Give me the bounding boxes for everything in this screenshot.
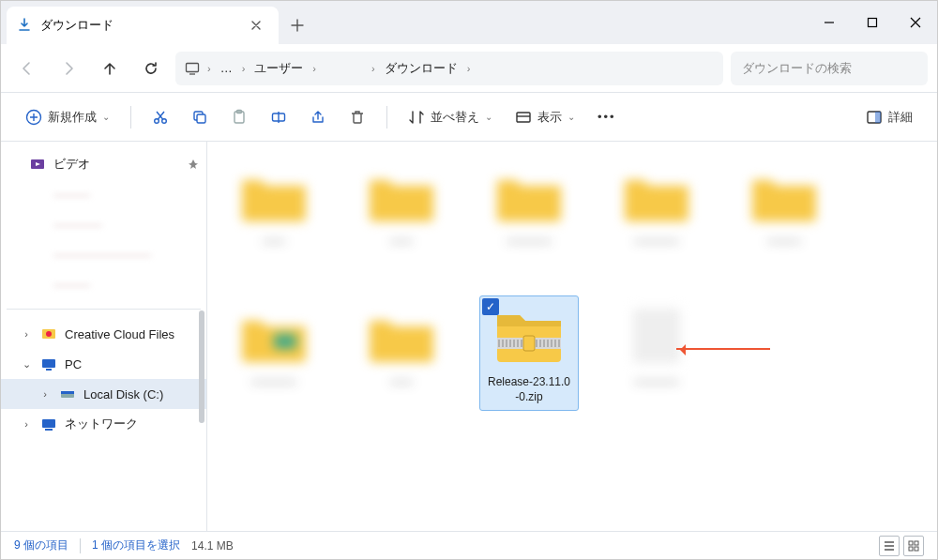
chevron-down-icon: ⌄ <box>20 358 33 371</box>
sort-button[interactable]: 並べ替え ⌄ <box>399 100 502 134</box>
new-button[interactable]: 新規作成 ⌄ <box>16 100 119 134</box>
svg-rect-20 <box>42 419 55 428</box>
svg-rect-12 <box>875 112 881 123</box>
breadcrumb-downloads[interactable]: ダウンロード <box>383 58 460 79</box>
nav-scrollbar[interactable] <box>199 310 204 423</box>
close-icon[interactable] <box>243 12 269 38</box>
nav-pc[interactable]: ⌄ PC <box>1 349 206 379</box>
forward-button[interactable] <box>52 52 85 85</box>
search-placeholder: ダウンロードの検索 <box>742 60 852 77</box>
view-grid-button[interactable] <box>903 536 924 556</box>
window-controls <box>808 1 937 44</box>
folder-item[interactable]: —— <box>352 295 451 411</box>
view-button[interactable]: 表示 ⌄ <box>506 100 584 134</box>
svg-rect-1 <box>187 63 199 71</box>
search-input[interactable]: ダウンロードの検索 <box>731 52 928 85</box>
chevron-down-icon: ⌄ <box>485 112 492 122</box>
folder-item[interactable]: ———— <box>607 155 706 267</box>
more-button[interactable]: ••• <box>588 100 626 134</box>
svg-rect-27 <box>909 547 913 551</box>
new-tab-button[interactable] <box>279 7 316 44</box>
nav-videos[interactable]: ビデオ <box>1 149 206 179</box>
nav-local-label: Local Disk (C:) <box>83 387 163 401</box>
back-button[interactable] <box>10 52 44 85</box>
svg-rect-0 <box>869 19 877 27</box>
details-pane-button[interactable]: 詳細 <box>856 100 922 134</box>
status-size: 14.1 MB <box>191 539 234 552</box>
cloud-icon <box>40 325 57 342</box>
breadcrumb-overflow[interactable]: … <box>219 59 234 77</box>
refresh-button[interactable] <box>134 52 168 85</box>
trash-icon <box>349 109 366 126</box>
sort-label: 並べ替え <box>431 109 479 126</box>
nav-redacted[interactable]: ——— <box>1 179 206 209</box>
nav-network[interactable]: › ネットワーク <box>1 409 206 439</box>
nav-pane[interactable]: ビデオ ——— ———— ———————— ——— › Creative Clo… <box>1 142 207 531</box>
divider <box>80 538 81 553</box>
tab-title: ダウンロード <box>40 17 243 34</box>
breadcrumb-users[interactable]: ユーザー <box>252 58 305 79</box>
svg-rect-16 <box>42 359 55 368</box>
svg-point-15 <box>46 331 52 337</box>
chevron-down-icon: ⌄ <box>567 112 575 122</box>
nav-redacted[interactable]: ——— <box>1 269 206 299</box>
details-icon <box>866 109 883 126</box>
folder-item[interactable]: —— <box>352 155 451 267</box>
titlebar: ダウンロード <box>1 1 937 44</box>
delete-button[interactable] <box>340 100 375 134</box>
tab-downloads[interactable]: ダウンロード <box>7 7 279 44</box>
svg-rect-26 <box>915 541 918 545</box>
svg-rect-17 <box>46 369 52 371</box>
file-item[interactable]: ———— <box>607 295 706 411</box>
folder-item[interactable]: ———— <box>479 155 579 267</box>
svg-rect-10 <box>517 113 530 122</box>
status-bar: 9 個の項目 1 個の項目を選択 14.1 MB <box>1 531 937 559</box>
view-label: 表示 <box>537 109 562 126</box>
nav-redacted[interactable]: ———————— <box>1 239 206 269</box>
view-list-button[interactable] <box>879 536 900 556</box>
pc-icon <box>40 356 57 372</box>
svg-point-3 <box>155 118 159 123</box>
address-bar: › … › ユーザー › › ダウンロード › ダウンロードの検索 <box>1 44 937 93</box>
maximize-button[interactable] <box>851 1 894 44</box>
svg-rect-25 <box>909 541 913 545</box>
share-button[interactable] <box>300 100 336 134</box>
nav-local-disk[interactable]: › Local Disk (C:) <box>1 379 206 409</box>
breadcrumb[interactable]: › … › ユーザー › › ダウンロード › <box>175 52 723 85</box>
minimize-button[interactable] <box>808 1 851 44</box>
window-close-button[interactable] <box>894 1 937 44</box>
rename-button[interactable] <box>261 100 296 134</box>
nav-ccf-label: Creative Cloud Files <box>65 327 174 341</box>
nav-ccf[interactable]: › Creative Cloud Files <box>1 319 206 349</box>
content-pane[interactable]: —— —— ———— ———— ——— ———— —— ✓ <box>207 142 937 531</box>
svg-rect-6 <box>197 114 205 123</box>
nav-redacted[interactable]: ———— <box>1 209 206 239</box>
rename-icon <box>270 109 287 126</box>
divider <box>386 106 387 129</box>
folder-item[interactable]: —— <box>224 155 324 267</box>
file-release-zip[interactable]: ✓ Release-23.11.0-0.zi <box>479 295 579 411</box>
disk-icon <box>59 386 76 402</box>
new-label: 新規作成 <box>48 109 97 126</box>
paste-button[interactable] <box>221 100 257 134</box>
divider <box>130 106 131 129</box>
up-button[interactable] <box>93 52 127 85</box>
file-name: Release-23.11.0-0.zip <box>488 375 570 404</box>
chevron-right-icon: › <box>242 63 246 74</box>
view-icon <box>515 109 532 126</box>
chevron-right-icon: › <box>207 63 211 74</box>
chevron-right-icon: › <box>467 63 471 74</box>
copy-button[interactable] <box>182 100 218 134</box>
svg-rect-21 <box>274 334 296 349</box>
cut-icon <box>152 109 169 126</box>
status-item-count: 9 個の項目 <box>14 537 68 553</box>
status-selected: 1 個の項目を選択 <box>92 537 180 553</box>
breadcrumb-redacted[interactable] <box>324 58 364 79</box>
cut-button[interactable] <box>143 100 178 134</box>
chevron-right-icon: › <box>312 63 316 74</box>
copy-icon <box>191 109 208 126</box>
paste-icon <box>231 109 248 126</box>
svg-rect-24 <box>633 309 680 363</box>
folder-item[interactable]: ———— <box>224 295 324 411</box>
folder-item[interactable]: ——— <box>734 155 834 267</box>
